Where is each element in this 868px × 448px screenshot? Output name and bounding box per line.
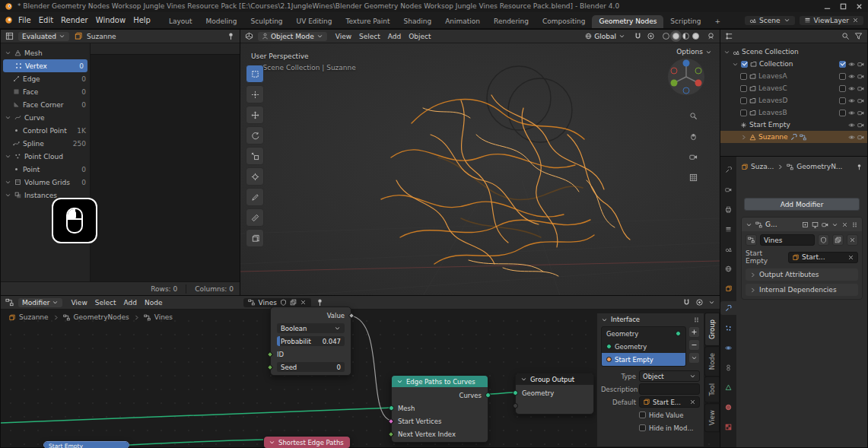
outliner-row-leavesd[interactable]: LeavesD (720, 94, 867, 106)
properties-tab-texture[interactable] (720, 420, 736, 434)
workspace-tab-sculpting[interactable]: Sculpting (244, 15, 290, 28)
display-render-icon[interactable] (822, 221, 828, 228)
spreadsheet-row-edge[interactable]: Edge0 (1, 72, 90, 85)
subpanel-internal-dependencies[interactable]: Internal Dependencies (746, 284, 858, 296)
workspace-tab-layout[interactable]: Layout (162, 15, 199, 28)
eye-icon[interactable] (848, 85, 855, 92)
socket-list-menu-button[interactable] (688, 352, 700, 364)
sidebar-tab-node[interactable]: Node (704, 346, 720, 377)
copy-datablock-button[interactable] (832, 234, 844, 246)
probability-slider[interactable]: Probabilit0.047 (277, 336, 345, 346)
chevron-down-icon[interactable] (396, 378, 403, 385)
checkbox-hide-in-mod---[interactable] (639, 424, 646, 431)
spreadsheet-row-mesh[interactable]: Mesh (1, 46, 90, 59)
fake-user-shield-button[interactable] (818, 234, 829, 246)
remove-socket-button[interactable] (688, 339, 700, 351)
properties-tab-tool[interactable] (720, 163, 736, 176)
spreadsheet-editor-icon[interactable] (5, 32, 14, 40)
properties-tab-printer[interactable] (720, 202, 736, 216)
extras-menu-icon[interactable] (831, 221, 838, 228)
properties-tab-scene[interactable] (720, 242, 736, 256)
properties-tab-object[interactable] (720, 281, 736, 295)
viewport-menu-select[interactable]: Select (355, 32, 384, 41)
data-type-dropdown[interactable]: Boolean (277, 323, 345, 333)
outliner-row-start-empty[interactable]: Start Empty (720, 119, 867, 131)
node-editor-menu-node[interactable]: Node (141, 298, 167, 307)
collection-checkbox[interactable] (740, 110, 747, 116)
viewport-options-dropdown[interactable]: Options (676, 48, 712, 56)
breadcrumb-suzanne[interactable]: Suzanne (19, 313, 49, 321)
menu-window[interactable]: Window (92, 15, 129, 25)
properties-tab-render[interactable] (720, 183, 736, 196)
input-socket-geometry[interactable] (513, 390, 518, 396)
workspace-tab-scripting[interactable]: Scripting (663, 15, 707, 28)
workspace-tab-modeling[interactable]: Modeling (199, 15, 244, 28)
transform-orientation-dropdown[interactable]: Global (581, 32, 629, 41)
socket-type-dropdown[interactable]: Object (639, 370, 700, 382)
workspace-tab-texture-paint[interactable]: Texture Paint (339, 15, 397, 28)
chevron-right-icon[interactable] (740, 134, 747, 141)
properties-tab-world[interactable] (720, 262, 736, 275)
display-realtime-icon[interactable] (812, 221, 819, 228)
mode-dropdown[interactable]: Object Mode (258, 32, 327, 41)
chevron-down-icon[interactable] (520, 376, 527, 383)
tool-measure-button[interactable] (246, 208, 264, 227)
tool-rotate-button[interactable] (246, 126, 264, 145)
collection-checkbox[interactable] (740, 85, 747, 92)
breadcrumb-geometrynodes[interactable]: GeometryNodes (74, 313, 129, 321)
unlink-nodetree-button[interactable] (847, 234, 858, 246)
properties-tab-constraint[interactable] (720, 361, 736, 374)
node-editor-icon[interactable] (5, 298, 14, 307)
node-shortest-edge-paths[interactable]: Shortest Edge Paths (263, 436, 351, 448)
node-editor-menu-view[interactable]: View (67, 298, 91, 307)
shading-wireframe-button[interactable] (663, 33, 669, 40)
add-socket-button[interactable] (688, 326, 700, 338)
pin-icon[interactable] (856, 164, 863, 170)
spreadsheet-row-face-corner[interactable]: Face Corner0 (1, 98, 90, 111)
workspace-tab-uv-editing[interactable]: UV Editing (290, 15, 339, 28)
viewport-zoom-button[interactable] (686, 109, 700, 122)
tool-move-button[interactable] (246, 106, 264, 124)
outliner-row-leavesc[interactable]: LeavesC (720, 82, 867, 94)
spreadsheet-row-spline[interactable]: Spline250 (1, 137, 90, 150)
shading-solid-button[interactable] (672, 33, 679, 40)
clear-object-icon[interactable] (689, 399, 696, 405)
workspace-tab-compositing[interactable]: Compositing (536, 15, 592, 28)
copy-icon[interactable] (290, 299, 297, 306)
camera-icon[interactable] (857, 134, 864, 141)
subpanel-output-attributes[interactable]: Output Attributes (746, 268, 858, 281)
spreadsheet-row-control-point[interactable]: Control Point1K (1, 124, 90, 137)
sidebar-tab-group[interactable]: Group (704, 313, 720, 346)
eye-icon[interactable] (848, 122, 855, 129)
tool-scale-button[interactable] (246, 147, 264, 165)
node-group-datablock[interactable]: Vines (243, 298, 310, 307)
properties-tab-physics[interactable] (720, 341, 736, 354)
collection-checkbox[interactable] (741, 61, 748, 68)
navigation-gizmo[interactable] (666, 57, 706, 97)
outliner-row-leavesa[interactable]: LeavesA (720, 70, 867, 82)
outliner-row-collection[interactable]: Collection (720, 58, 867, 70)
chevron-down-icon[interactable] (732, 61, 739, 68)
node-start-empty-partial[interactable]: Start Empty (43, 441, 129, 448)
clear-object-icon[interactable] (847, 254, 854, 261)
spreadsheet-row-point[interactable]: Point0 (1, 163, 90, 176)
eye-icon[interactable] (848, 134, 855, 141)
camera-icon[interactable] (857, 97, 864, 104)
node-edge-paths-to-curves[interactable]: Edge Paths to Curves CurvesMeshStart Ver… (391, 375, 488, 443)
camera-icon[interactable] (857, 73, 864, 80)
overlays-dropdown-icon[interactable] (707, 32, 715, 40)
camera-icon[interactable] (857, 85, 864, 92)
pin-icon[interactable] (227, 32, 235, 40)
eye-icon[interactable] (848, 97, 855, 104)
add-modifier-button[interactable]: Add Modifier (744, 198, 860, 211)
collection-checkbox[interactable] (740, 73, 747, 80)
tool-add-cube-button[interactable] (246, 229, 264, 247)
breadcrumb-object[interactable]: Suza... (751, 163, 774, 170)
outliner-row-scene-collection[interactable]: Scene Collection (720, 46, 867, 58)
eye-icon[interactable] (848, 110, 855, 116)
menu-help[interactable]: Help (129, 15, 154, 25)
app-menu-icon[interactable] (5, 16, 13, 24)
properties-tab-wrench[interactable] (720, 301, 736, 315)
interface-item-geometry[interactable]: Geometry (602, 340, 685, 353)
viewport-canvas[interactable]: User Perspective (1) Scene Collection | … (240, 43, 720, 295)
